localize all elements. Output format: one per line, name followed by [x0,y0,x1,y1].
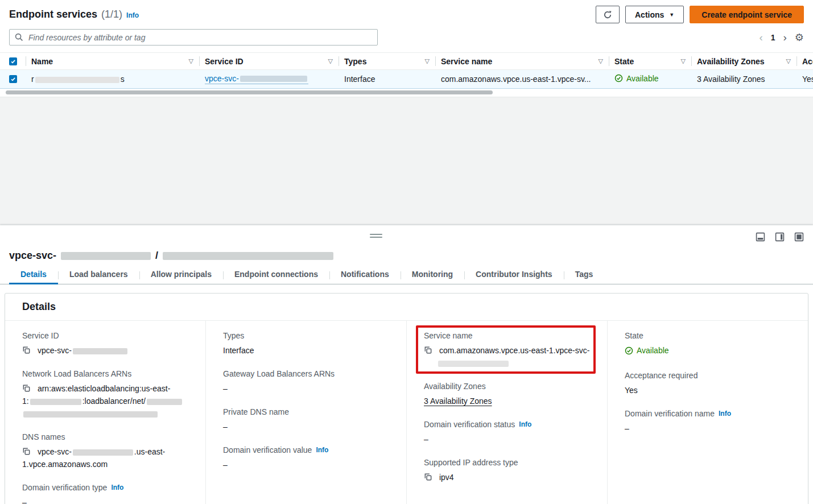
field-label: DNS names [22,432,192,441]
create-endpoint-service-button[interactable]: Create endpoint service [690,6,804,23]
state-text: Available [637,344,669,357]
refresh-button[interactable] [596,6,620,23]
content-background [0,97,813,225]
settings-gear-icon[interactable]: ⚙ [795,31,804,44]
column-header-availability-zones[interactable]: Availability Zones ▽ [691,53,797,69]
filter-icon[interactable]: ▽ [189,57,193,65]
table-header-row: Name ▽ Service ID ▽ Types ▽ Service name… [0,53,813,70]
panel-layout-full-icon[interactable] [794,232,804,242]
filter-icon[interactable]: ▽ [425,57,430,65]
column-label: Availability Zones [697,57,765,66]
actions-button[interactable]: Actions ▼ [625,6,684,23]
tab-contributor-insights[interactable]: Contributor Insights [464,266,564,284]
field-label: Domain verification status Info [424,420,593,429]
info-link[interactable]: Info [719,410,731,418]
field-domain-verification-value: Domain verification value Info – [223,445,393,471]
field-domain-verification-name: Domain verification name Info – [625,409,794,435]
availability-zones-link[interactable]: 3 Availability Zones [424,396,492,406]
column-header-service-id[interactable]: Service ID ▽ [199,53,339,69]
copy-icon[interactable] [424,473,432,481]
tab-details[interactable]: Details [9,266,58,284]
row-availability-zones-cell: 3 Availability Zones [691,75,797,84]
current-page-number[interactable]: 1 [771,33,775,42]
info-link[interactable]: Info [316,446,328,454]
filter-icon[interactable]: ▽ [786,57,791,65]
column-header-name[interactable]: Name ▽ [26,53,199,69]
page-header: Endpoint services (1/1) Info Actions ▼ C… [0,0,813,26]
search-input[interactable] [9,29,378,46]
copy-icon[interactable] [22,384,31,393]
column-header-acceptance-required[interactable]: Acceptance required [797,53,813,69]
filter-icon[interactable]: ▽ [328,57,333,65]
details-column-3: Service name com.amazonaws.vpce.us-east-… [406,321,607,504]
tab-load-balancers[interactable]: Load balancers [58,266,139,284]
filter-icon[interactable]: ▽ [599,57,603,65]
header-actions: Actions ▼ Create endpoint service [596,6,804,23]
copy-icon[interactable] [22,447,31,456]
column-header-service-name[interactable]: Service name ▽ [435,53,609,69]
actions-label: Actions [635,10,664,19]
details-heading: Details [22,301,791,313]
redacted-text [61,252,151,260]
check-circle-icon [614,74,623,82]
redacted-text [147,399,182,405]
table-row[interactable]: rs vpce-svc- Interface com.amazonaws.vpc… [0,70,813,89]
refresh-icon [603,10,612,19]
info-link[interactable]: Info [519,420,531,428]
field-value: Available [625,344,794,358]
row-name-cell: rs [26,75,199,84]
panel-layout-side-icon[interactable] [775,232,785,242]
panel-drag-handle[interactable] [370,234,382,239]
horizontal-scrollbar[interactable] [6,90,807,95]
field-label-text: Domain verification name [625,409,715,418]
field-label: Domain verification name Info [625,409,794,418]
previous-page-button[interactable]: ‹ [759,31,762,44]
redacted-text [73,348,127,354]
info-link[interactable]: Info [126,11,139,19]
tab-monitoring[interactable]: Monitoring [401,266,464,284]
panel-layout-bottom-icon[interactable] [756,232,765,242]
details-column-1: Service ID vpce-svc- Network Load Balanc… [5,321,205,504]
field-label: Types [223,331,393,340]
checkbox-checked-icon[interactable] [9,57,17,65]
column-label: Service name [441,57,492,66]
resource-count: (1/1) [101,9,122,20]
field-value: com.amazonaws.vpce.us-east-1.vpce-svc- [424,344,593,369]
info-link[interactable]: Info [111,484,123,491]
availability-zones-link[interactable]: 3 Availability Zones [697,75,765,84]
tab-endpoint-connections[interactable]: Endpoint connections [223,266,329,284]
tab-tags[interactable]: Tags [564,266,605,284]
filter-icon[interactable]: ▽ [681,57,686,65]
field-value: – [223,458,393,471]
row-acceptance-cell: Yes [797,75,813,84]
create-label: Create endpoint service [701,10,792,19]
next-page-button[interactable]: › [783,31,787,44]
column-header-types[interactable]: Types ▽ [339,53,435,69]
endpoint-services-table: Name ▽ Service ID ▽ Types ▽ Service name… [0,52,813,89]
service-id-link[interactable]: vpce-svc- [205,74,308,84]
column-label: Service ID [205,57,244,66]
row-service-id-cell: vpce-svc- [199,74,339,84]
search-icon [15,33,23,42]
field-value: – [22,496,192,504]
copy-icon[interactable] [424,346,432,354]
column-label: Name [31,57,53,66]
field-label: Private DNS name [223,407,393,416]
name-text: r [31,75,34,84]
copy-icon[interactable] [22,346,31,354]
tab-allow-principals[interactable]: Allow principals [139,266,223,284]
check-icon [10,59,16,64]
field-dns-names: DNS names vpce-svc-.us-east- 1.vpce.amaz… [22,432,192,470]
column-header-state[interactable]: State ▽ [609,53,691,69]
row-service-name-cell: com.amazonaws.vpce.us-east-1.vpce-sv... [435,75,609,84]
state-text: Available [626,74,659,83]
details-card-header: Details [5,294,808,321]
field-availability-zones: Availability Zones 3 Availability Zones [424,382,593,407]
select-all-checkbox[interactable] [0,53,26,69]
row-checkbox-checked[interactable] [9,75,17,83]
field-label: Service ID [22,331,192,340]
scrollbar-thumb[interactable] [6,90,493,94]
field-value: – [625,422,794,435]
tab-notifications[interactable]: Notifications [329,266,401,284]
field-nlb-arns: Network Load Balancers ARNs arn:aws:elas… [22,369,192,420]
